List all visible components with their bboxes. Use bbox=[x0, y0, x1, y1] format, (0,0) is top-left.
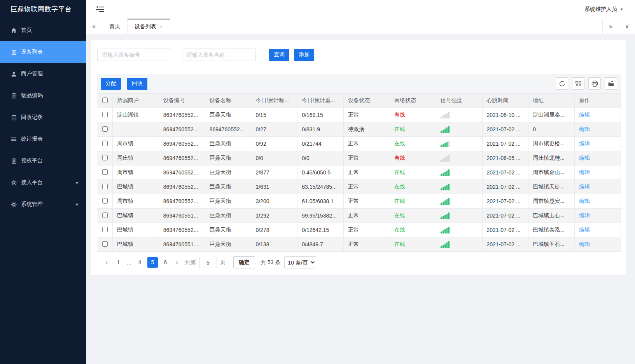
page-number[interactable]: 6 bbox=[160, 257, 171, 268]
row-checkbox[interactable] bbox=[102, 184, 108, 189]
edit-link[interactable]: 编辑 bbox=[579, 183, 590, 190]
select-all-checkbox[interactable] bbox=[102, 98, 108, 103]
close-icon[interactable]: × bbox=[160, 24, 163, 30]
row-select-cell bbox=[97, 151, 113, 165]
device-no-cell: 8694760552... bbox=[159, 223, 205, 237]
sidebar-item-4[interactable]: 物品编码 bbox=[0, 85, 86, 106]
device-status-cell: 正常 bbox=[344, 209, 390, 223]
action-cell: 编辑 bbox=[575, 180, 621, 194]
merchant-cell: 巴城镇 bbox=[113, 237, 159, 252]
goto-confirm-button[interactable]: 确定 bbox=[233, 256, 255, 268]
row-checkbox[interactable] bbox=[102, 198, 108, 204]
sidebar-item-6[interactable]: 统计报表 bbox=[0, 128, 86, 150]
assign-button[interactable]: 分配 bbox=[101, 78, 121, 90]
refresh-icon[interactable] bbox=[556, 77, 568, 90]
row-checkbox[interactable] bbox=[102, 155, 108, 160]
signal-bar bbox=[446, 214, 448, 219]
column-header: 操作 bbox=[575, 94, 621, 108]
edit-link[interactable]: 编辑 bbox=[579, 198, 590, 204]
user-name: 系统维护人员 bbox=[584, 6, 617, 13]
row-checkbox[interactable] bbox=[102, 112, 108, 117]
next-page-icon[interactable]: › bbox=[172, 259, 182, 266]
signal-bar bbox=[448, 126, 450, 133]
address-cell: 周庄镇北桂... bbox=[528, 151, 575, 165]
row-checkbox[interactable] bbox=[102, 227, 108, 232]
tabs-scroll-left-icon[interactable]: « bbox=[86, 19, 102, 34]
address-cell: 巴城镇天使... bbox=[528, 180, 575, 194]
signal-strength-cell bbox=[436, 180, 482, 194]
sidebar-item-5[interactable]: 回收记录 bbox=[0, 106, 86, 128]
sidebar-item-8[interactable]: 接入平台▼ bbox=[0, 172, 86, 193]
row-checkbox[interactable] bbox=[102, 169, 108, 175]
table-row: 巴城镇8694760552...巨鼎天衡0/2780/12642.15正常在线2… bbox=[97, 223, 621, 237]
edit-link[interactable]: 编辑 bbox=[579, 241, 590, 247]
table-toolbar: 分配 回收 bbox=[97, 74, 621, 93]
action-cell: 编辑 bbox=[575, 122, 621, 137]
recycle-button[interactable]: 回收 bbox=[127, 78, 147, 90]
goto-prefix-label: 到第 bbox=[185, 259, 196, 266]
signal-bar bbox=[443, 202, 444, 205]
row-checkbox[interactable] bbox=[102, 141, 108, 146]
action-cell: 编辑 bbox=[575, 194, 621, 209]
user-menu[interactable]: 系统维护人员 ▼ bbox=[584, 6, 623, 13]
print-icon[interactable] bbox=[588, 77, 601, 90]
query-button[interactable]: 查询 bbox=[269, 49, 289, 61]
tabs-more-icon[interactable]: ∨ bbox=[619, 19, 635, 34]
network-status-badge: 在线 bbox=[394, 126, 405, 132]
sidebar-item-2[interactable]: 设备列表 bbox=[0, 41, 86, 63]
add-button[interactable]: 添加 bbox=[294, 49, 314, 61]
today-count-cell: 2/877 bbox=[251, 165, 297, 180]
signal-bar bbox=[444, 200, 446, 205]
signal-bar bbox=[446, 185, 448, 190]
page-number[interactable]: 5 bbox=[147, 257, 158, 268]
column-header: 设备状态 bbox=[344, 94, 390, 108]
columns-icon[interactable] bbox=[572, 77, 584, 90]
page-size-select[interactable]: 10 条/页 bbox=[284, 256, 316, 268]
sidebar-item-7[interactable]: 授权平台 bbox=[0, 150, 86, 172]
page-number[interactable]: 1 bbox=[113, 257, 124, 268]
row-checkbox[interactable] bbox=[102, 126, 108, 132]
table-row: 周市镇8694760552...巨鼎天衡3/20061.05/6038.1正常在… bbox=[97, 194, 621, 209]
row-select-cell bbox=[97, 237, 113, 252]
tab-1[interactable]: 首页 bbox=[102, 19, 128, 34]
tabs-scroll-right-icon[interactable]: » bbox=[602, 19, 619, 34]
sidebar-item-9[interactable]: 系统管理▼ bbox=[0, 193, 86, 215]
prev-page-icon[interactable]: ‹ bbox=[102, 259, 112, 266]
heartbeat-cell: 2021-07-02 ... bbox=[482, 122, 528, 137]
page-number[interactable]: 4 bbox=[135, 257, 145, 268]
signal-bar bbox=[446, 142, 448, 147]
table-body: 淀山湖镇8694760552...巨鼎天衡0/150/169.15正常离线202… bbox=[97, 108, 621, 252]
signal-bar bbox=[443, 230, 444, 233]
heartbeat-cell: 2021-06-10 ... bbox=[482, 108, 528, 122]
address-cell: 周市镇惠安... bbox=[528, 194, 575, 209]
merchant-cell: 巴城镇 bbox=[113, 223, 159, 237]
goto-page-input[interactable] bbox=[199, 257, 217, 268]
sidebar-item-3[interactable]: 商户管理 bbox=[0, 63, 86, 85]
device-no-input[interactable] bbox=[97, 49, 171, 61]
device-name-cell: 巨鼎天衡 bbox=[205, 194, 251, 209]
edit-link[interactable]: 编辑 bbox=[579, 155, 590, 161]
edit-link[interactable]: 编辑 bbox=[579, 111, 590, 118]
edit-link[interactable]: 编辑 bbox=[579, 226, 590, 233]
row-checkbox[interactable] bbox=[102, 212, 108, 218]
signal-bar bbox=[448, 169, 450, 176]
signal-bar bbox=[443, 158, 444, 162]
edit-link[interactable]: 编辑 bbox=[579, 140, 590, 146]
row-checkbox[interactable] bbox=[102, 241, 108, 247]
edit-link[interactable]: 编辑 bbox=[579, 212, 590, 218]
network-status-cell: 在线 bbox=[390, 209, 436, 223]
address-cell: 0 bbox=[528, 122, 575, 137]
signal-bars-icon bbox=[441, 155, 478, 162]
export-icon[interactable] bbox=[605, 77, 617, 90]
edit-link[interactable]: 编辑 bbox=[579, 126, 590, 132]
today-weight-cell: 0/169.15 bbox=[297, 108, 344, 122]
signal-bar bbox=[441, 174, 442, 176]
signal-bar bbox=[444, 157, 446, 162]
tab-2[interactable]: 设备列表× bbox=[128, 19, 170, 34]
sidebar-item-1[interactable]: 首页 bbox=[0, 19, 86, 41]
signal-bars-icon bbox=[441, 198, 478, 205]
row-select-cell bbox=[97, 209, 113, 223]
edit-link[interactable]: 编辑 bbox=[579, 169, 590, 175]
sidebar-toggle-icon[interactable] bbox=[96, 5, 104, 13]
device-name-input[interactable] bbox=[182, 49, 256, 61]
